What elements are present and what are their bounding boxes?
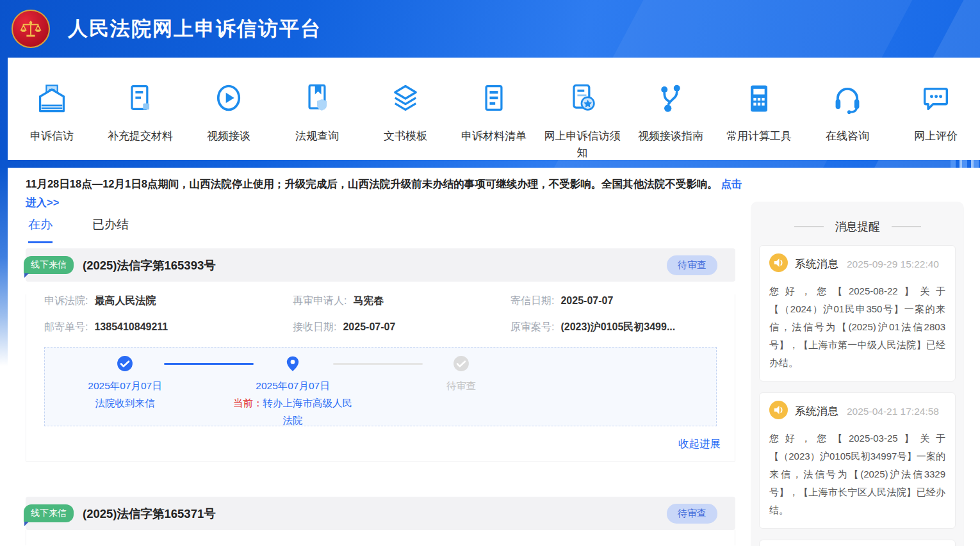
- nav-item-document-template[interactable]: 文书模板: [361, 58, 450, 160]
- timeline-step-current: 2025年07月07日 当前：转办上海市高级人民法院: [232, 377, 354, 429]
- step-date: 2025年07月07日: [232, 377, 354, 394]
- message-item[interactable]: 系统消息 2025-04-21 17:23:12: [759, 540, 956, 546]
- nav-item-online-consult[interactable]: 在线咨询: [803, 58, 892, 160]
- tracking-number-value: 1385410849211: [94, 321, 168, 332]
- message-header: 系统消息 2025-09-29 15:22:40: [769, 253, 945, 275]
- tab-in-progress[interactable]: 在办: [28, 216, 53, 243]
- mail-petition-icon: [35, 82, 69, 115]
- nav-item-petition[interactable]: 申诉信访: [8, 58, 96, 160]
- timeline-connector-pending: [333, 363, 423, 365]
- message-item[interactable]: 系统消息 2025-04-21 17:24:58 您好，您【2025-03-25…: [759, 392, 956, 529]
- layers-template-icon: [389, 82, 422, 115]
- case-body: 申诉法院:最高人民法院 再审申请人:马宪春 寄信日期:2025-07-07 邮寄…: [26, 294, 735, 462]
- material-list-icon: [477, 82, 510, 115]
- nav-label: 视频接谈指南: [638, 128, 703, 145]
- message-header: 系统消息 2025-04-21 17:24:58: [769, 401, 945, 422]
- message-panel-header: 消息提醒: [751, 202, 964, 234]
- system-notice: 11月28日18点—12月1日8点期间，山西法院停止使用；升级完成后，山西法院升…: [26, 175, 743, 212]
- app-header: 人民法院网上申诉信访平台: [0, 0, 980, 58]
- check-circle-gray-icon: [453, 355, 470, 372]
- calculator-icon: [742, 82, 776, 115]
- step-date: 2025年07月07日: [61, 377, 189, 394]
- route-guide-icon: [654, 82, 687, 115]
- title-dash-right: [892, 226, 921, 227]
- step-desc: 法院收到来信: [61, 394, 189, 412]
- offline-letter-badge: 线下来信: [24, 256, 74, 274]
- icon-nav-band: 申诉信访 补充提交材料 视频接谈: [8, 58, 980, 160]
- nav-label: 申诉信访: [30, 128, 74, 145]
- nav-label: 网上申诉信访须知: [542, 128, 623, 161]
- status-badge: 待审查: [667, 504, 717, 524]
- message-time: 2025-04-21 17:24:58: [847, 406, 939, 417]
- scales-icon: [19, 17, 43, 41]
- message-panel-title: 消息提醒: [835, 219, 880, 234]
- case-number-title: (2025)法信字第165393号: [83, 257, 216, 273]
- corner-pattern: [951, 160, 980, 168]
- nav-item-online-review[interactable]: 网上评价: [892, 58, 980, 160]
- timeline-connector-done: [164, 363, 254, 365]
- nav-label: 法规查询: [295, 128, 339, 145]
- message-type: 系统消息: [795, 404, 838, 419]
- nav-item-video-guide[interactable]: 视频接谈指南: [626, 58, 715, 160]
- collapse-row: 收起进展: [26, 426, 735, 461]
- case-header[interactable]: 线下来信 (2025)法信字第165371号 待审查: [26, 497, 735, 530]
- speaker-icon: [769, 401, 788, 422]
- location-pin-icon: [284, 355, 301, 372]
- notice-text: 11月28日18点—12月1日8点期间，山西法院停止使用；升级完成后，山西法院升…: [26, 178, 718, 189]
- notice-star-icon: [566, 82, 599, 115]
- left-edge-gradient: [0, 168, 8, 366]
- nav-item-video-interview[interactable]: 视频接谈: [184, 58, 273, 160]
- headset-icon: [831, 82, 864, 115]
- nav-label: 补充提交材料: [108, 128, 173, 145]
- page: 人民法院网上申诉信访平台 申诉信访: [0, 0, 980, 546]
- nav-label: 视频接谈: [207, 128, 250, 145]
- document-supplement-icon: [124, 82, 157, 115]
- law-search-icon: [300, 82, 334, 115]
- case-card: 线下来信 (2025)法信字第165371号 待审查: [26, 497, 735, 545]
- title-dash-left: [794, 226, 824, 227]
- page-title: 人民法院网上申诉信访平台: [68, 15, 322, 42]
- retrial-applicant-value: 马宪春: [353, 295, 384, 306]
- feedback-bubble-icon: [919, 82, 952, 115]
- case-header[interactable]: 线下来信 (2025)法信字第165393号 待审查: [26, 248, 735, 282]
- timeline-step-pending: 待审查: [397, 377, 525, 394]
- message-time: 2025-09-29 15:22:40: [847, 259, 939, 270]
- timeline-step-received: 2025年07月07日 法院收到来信: [61, 377, 189, 412]
- nav-label: 网上评价: [914, 128, 958, 145]
- nav-item-law-search[interactable]: 法规查询: [273, 58, 361, 160]
- step-desc: 待审查: [397, 377, 525, 394]
- nav-item-material-list[interactable]: 申诉材料清单: [450, 58, 538, 160]
- message-item[interactable]: 系统消息 2025-09-29 15:22:40 您好，您【2025-08-22…: [759, 245, 956, 381]
- message-body: 您好，您【2025-08-22】关于【（2024）沪01民申350号】一案的来信…: [769, 282, 945, 372]
- main-content: 11月28日18点—12月1日8点期间，山西法院停止使用；升级完成后，山西法院升…: [8, 168, 980, 546]
- collapse-progress-link[interactable]: 收起进展: [678, 438, 721, 449]
- court-emblem-logo: [12, 10, 50, 48]
- nav-item-petition-notice[interactable]: 网上申诉信访须知: [538, 58, 626, 160]
- offline-letter-badge: 线下来信: [24, 504, 74, 522]
- current-prefix: 当前：: [233, 397, 263, 408]
- case-tabs: 在办 已办结: [28, 216, 129, 243]
- petition-court-value: 最高人民法院: [94, 295, 156, 306]
- nav-label: 在线咨询: [826, 128, 869, 145]
- message-panel: 消息提醒 系统消息 2025-09-29 15:22:40 您好，您【2025-…: [751, 202, 964, 546]
- check-circle-icon: [117, 355, 133, 372]
- receive-date-value: 2025-07-07: [343, 321, 395, 332]
- nav-item-supplement-material[interactable]: 补充提交材料: [96, 58, 184, 160]
- status-badge: 待审查: [667, 255, 717, 275]
- video-play-icon: [212, 82, 245, 115]
- case-body: [26, 530, 735, 545]
- message-body: 您好，您【2025-03-25】关于【（2023）沪0105民初34997号】一…: [769, 430, 945, 519]
- original-case-number-value: (2023)沪0105民初3499...: [560, 321, 675, 332]
- nav-item-calculator-tools[interactable]: 常用计算工具: [715, 58, 803, 160]
- progress-timeline: 2025年07月07日 法院收到来信 2025年07月07日 当前：转办上海市高…: [44, 347, 717, 426]
- case-card: 线下来信 (2025)法信字第165393号 待审查 申诉法院:最高人民法院 再…: [26, 248, 735, 462]
- nav-label: 文书模板: [384, 128, 427, 145]
- detail-row: 申诉法院:最高人民法院 再审申请人:马宪春 寄信日期:2025-07-07: [26, 294, 735, 308]
- detail-row: 邮寄单号:1385410849211 接收日期:2025-07-07 原审案号:…: [26, 321, 735, 334]
- step-desc: 当前：转办上海市高级人民法院: [232, 394, 354, 429]
- nav-label: 常用计算工具: [726, 128, 792, 145]
- nav-label: 申诉材料清单: [461, 128, 527, 145]
- case-number-title: (2025)法信字第165371号: [83, 506, 216, 522]
- speaker-icon: [769, 253, 788, 275]
- tab-completed[interactable]: 已办结: [92, 216, 129, 243]
